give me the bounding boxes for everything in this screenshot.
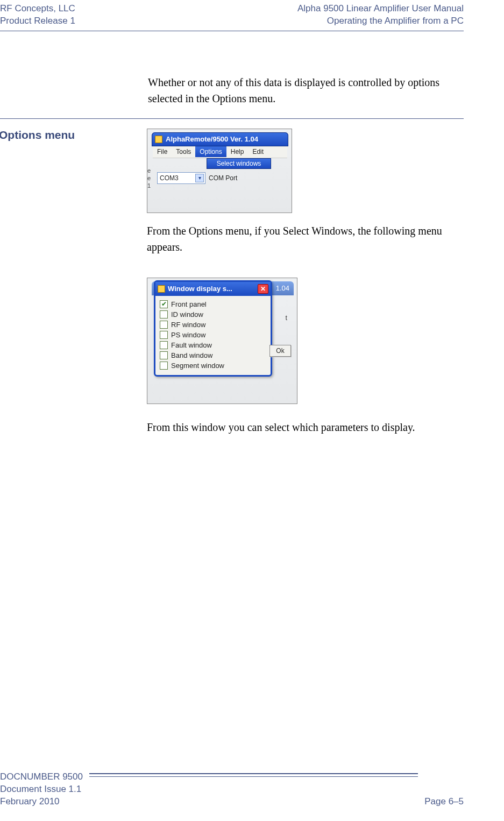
- com-port-label: COM Port: [209, 174, 237, 182]
- checkbox-label: RF window: [171, 321, 205, 329]
- dialog-titlebar: Window display s... ✕: [155, 282, 271, 296]
- dialog-body: ✔ Front panel ID window RF window: [155, 296, 271, 375]
- checkbox-icon[interactable]: [160, 321, 168, 329]
- window-titlebar: AlphaRemote/9500 Ver. 1.04: [152, 132, 288, 146]
- product-release: Product Release 1: [0, 15, 75, 27]
- menu-file[interactable]: File: [153, 146, 172, 157]
- page-header: RF Concepts, LLC Product Release 1 Alpha…: [0, 3, 464, 31]
- chevron-down-icon[interactable]: ▾: [195, 174, 204, 182]
- dialog-icon: [158, 285, 165, 293]
- check-fault-window[interactable]: Fault window: [160, 340, 266, 350]
- background-title-fragment: 1.04: [276, 284, 289, 292]
- company-name: RF Concepts, LLC: [0, 3, 75, 15]
- window-title: AlphaRemote/9500 Ver. 1.04: [166, 135, 258, 143]
- checkbox-label: Front panel: [171, 300, 207, 308]
- footer-rule: [89, 771, 418, 777]
- menu-help[interactable]: Help: [226, 146, 249, 157]
- check-rf-window[interactable]: RF window: [160, 320, 266, 330]
- com-port-value: COM3: [160, 174, 179, 182]
- section-heading: Options menu: [0, 129, 147, 435]
- checkbox-label: ID window: [171, 310, 203, 319]
- checkbox-label: PS window: [171, 331, 205, 339]
- check-ps-window[interactable]: PS window: [160, 330, 266, 340]
- body-paragraph-1: From the Options menu, if you Select Win…: [147, 223, 464, 255]
- dialog-title-text: Window display s...: [168, 285, 232, 293]
- page-footer: DOCNUMBER 9500 Document Issue 1.1 Februa…: [0, 771, 464, 808]
- doc-date: February 2010: [0, 796, 83, 808]
- check-band-window[interactable]: Band window: [160, 350, 266, 360]
- checkbox-label: Band window: [171, 351, 212, 359]
- window-display-dialog: Window display s... ✕ ✔ Front panel: [154, 280, 272, 377]
- doc-issue: Document Issue 1.1: [0, 783, 83, 796]
- check-id-window[interactable]: ID window: [160, 309, 266, 320]
- checkbox-icon[interactable]: [160, 351, 168, 359]
- checkbox-icon[interactable]: [160, 362, 168, 370]
- menu-options[interactable]: Options: [195, 146, 226, 157]
- menu-edit[interactable]: Edit: [248, 146, 268, 157]
- checkbox-icon[interactable]: [160, 331, 168, 339]
- menu-item-select-windows[interactable]: Select windows: [207, 158, 271, 169]
- check-front-panel[interactable]: ✔ Front panel: [160, 299, 266, 309]
- menu-bar: File Tools Options Help Edit: [153, 146, 287, 158]
- intro-paragraph: Whether or not any of this data is displ…: [148, 74, 464, 107]
- menu-tools[interactable]: Tools: [172, 146, 195, 157]
- close-icon[interactable]: ✕: [258, 284, 268, 294]
- app-icon: [155, 136, 162, 143]
- checkbox-icon[interactable]: [160, 341, 168, 349]
- ok-button[interactable]: Ok: [269, 345, 291, 357]
- header-left: RF Concepts, LLC Product Release 1: [0, 3, 75, 27]
- screenshot-window-display-settings: 1.04 t Window display s... ✕: [147, 278, 297, 404]
- page-number: Page 6–5: [424, 796, 464, 808]
- body-paragraph-2: From this window you can select which pa…: [147, 419, 464, 435]
- checkbox-icon[interactable]: ✔: [160, 300, 168, 308]
- com-port-select[interactable]: COM3 ▾: [157, 172, 205, 184]
- decorative-edge: ee1: [147, 167, 151, 189]
- chapter-title: Operating the Amplifier from a PC: [297, 15, 464, 27]
- header-right: Alpha 9500 Linear Amplifier User Manual …: [297, 3, 464, 27]
- checkbox-label: Segment window: [171, 362, 224, 370]
- checkbox-label: Fault window: [171, 341, 212, 349]
- doc-title: Alpha 9500 Linear Amplifier User Manual: [297, 3, 464, 15]
- check-segment-window[interactable]: Segment window: [160, 360, 266, 371]
- docnumber: DOCNUMBER 9500: [0, 771, 83, 783]
- screenshot-options-menu: ee1 AlphaRemote/9500 Ver. 1.04 File Tool…: [147, 129, 292, 213]
- checkbox-icon[interactable]: [160, 310, 168, 319]
- stray-text: t: [285, 314, 287, 322]
